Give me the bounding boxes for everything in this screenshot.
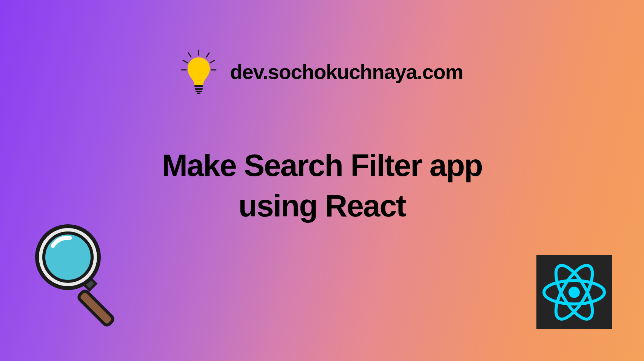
- svg-rect-7: [194, 85, 203, 87]
- svg-point-14: [44, 233, 92, 281]
- title-line-2: using React: [0, 186, 644, 226]
- header: dev.sochokuchnaya.com: [0, 0, 644, 94]
- title-line-1: Make Search Filter app: [0, 145, 644, 186]
- svg-rect-10: [197, 93, 200, 94]
- svg-point-18: [569, 287, 580, 298]
- svg-rect-8: [195, 88, 203, 90]
- svg-line-2: [206, 53, 209, 57]
- page-title: Make Search Filter app using React: [0, 145, 644, 226]
- site-name: dev.sochokuchnaya.com: [230, 60, 463, 83]
- svg-line-3: [183, 60, 187, 63]
- lightbulb-icon: [181, 49, 217, 94]
- svg-rect-11: [77, 290, 114, 327]
- svg-line-1: [188, 53, 191, 57]
- react-logo-icon: [536, 255, 612, 329]
- svg-rect-9: [196, 91, 202, 92]
- magnifying-glass-icon: [32, 221, 123, 327]
- svg-line-4: [210, 60, 214, 63]
